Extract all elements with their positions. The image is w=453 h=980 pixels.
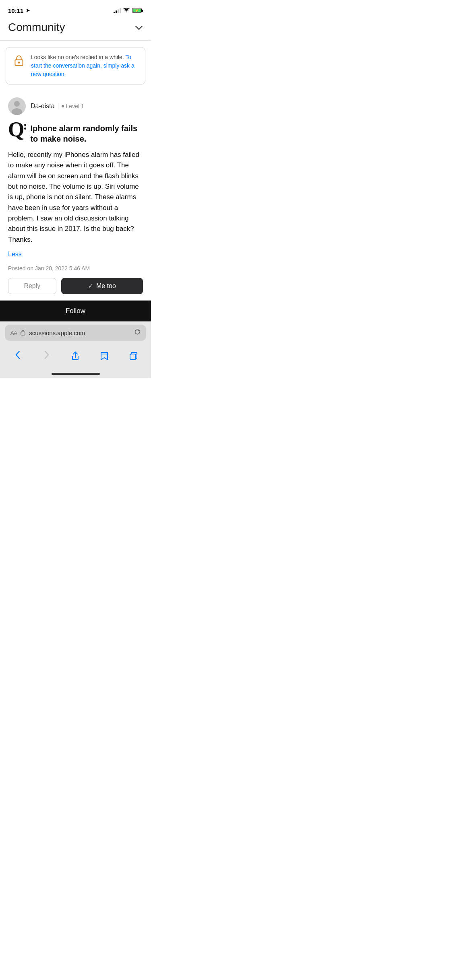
user-info: Da-oista Level 1 — [8, 97, 143, 115]
level-label: Level 1 — [66, 103, 84, 109]
reply-button[interactable]: Reply — [8, 278, 56, 294]
chevron-down-icon[interactable] — [135, 23, 143, 32]
avatar — [8, 97, 26, 115]
back-button[interactable] — [9, 347, 27, 365]
action-buttons: Reply ✓ Me too — [8, 278, 143, 301]
svg-rect-6 — [130, 354, 136, 360]
question-colon-dots — [24, 121, 26, 130]
location-arrow-icon: ➤ — [26, 8, 30, 13]
svg-rect-1 — [18, 62, 20, 64]
bookmarks-button[interactable] — [95, 347, 113, 365]
charging-bolt-icon: ⚡ — [135, 9, 139, 12]
level-dot-icon — [62, 105, 64, 107]
user-separator — [58, 103, 58, 109]
safari-nav — [0, 344, 151, 371]
lock-small-icon — [20, 329, 26, 337]
svg-point-3 — [14, 101, 20, 107]
tabs-icon — [128, 351, 138, 361]
metoo-button[interactable]: ✓ Me too — [61, 278, 143, 294]
status-bar: 10:11 ➤ ⚡ — [0, 0, 151, 18]
share-icon — [70, 351, 80, 361]
less-link[interactable]: Less — [8, 251, 22, 258]
user-details: Da-oista Level 1 — [31, 103, 84, 110]
battery-icon: ⚡ — [132, 8, 143, 13]
status-icons: ⚡ — [114, 7, 143, 14]
svg-rect-5 — [21, 332, 25, 335]
post-body: Hello, recently my iPhones alarm has fai… — [8, 150, 143, 245]
username: Da-oista — [31, 103, 55, 110]
time-display: 10:11 — [8, 7, 23, 14]
forward-arrow-icon — [44, 350, 49, 362]
status-time: 10:11 ➤ — [8, 7, 30, 14]
notice-banner: Looks like no one's replied in a while. … — [6, 47, 145, 84]
aa-text[interactable]: AA — [10, 330, 17, 336]
question-header: Q Iphone alarm randomly fails to make no… — [8, 121, 143, 144]
question-q-letter: Q — [8, 119, 24, 140]
user-level: Level 1 — [62, 103, 84, 109]
tabs-button[interactable] — [124, 347, 142, 365]
question-title: Iphone alarm randomly fails to make nois… — [30, 121, 143, 144]
forward-button[interactable] — [38, 347, 56, 365]
url-text: scussions.apple.com — [29, 329, 131, 336]
checkmark-icon: ✓ — [88, 283, 93, 289]
follow-bar[interactable]: Follow — [0, 301, 151, 321]
metoo-label: Me too — [96, 282, 116, 290]
page-header: Community — [0, 18, 151, 40]
signal-bars — [114, 8, 121, 13]
notice-text: Looks like no one's replied in a while. … — [31, 53, 139, 78]
post-section: Da-oista Level 1 Q Iphone alarm randomly… — [0, 91, 151, 301]
posted-date: Posted on Jan 20, 2022 5:46 AM — [8, 265, 143, 272]
home-bar — [52, 373, 100, 375]
lock-icon — [12, 53, 26, 68]
reload-icon[interactable] — [134, 329, 141, 337]
home-indicator — [0, 371, 151, 378]
page-title: Community — [8, 21, 65, 34]
share-button[interactable] — [66, 347, 84, 365]
bookmarks-icon — [99, 351, 109, 361]
back-arrow-icon — [15, 350, 20, 362]
safari-address-bar: AA scussions.apple.com — [0, 321, 151, 344]
header-divider — [0, 40, 151, 41]
wifi-icon — [123, 7, 130, 14]
url-bar[interactable]: AA scussions.apple.com — [5, 325, 146, 341]
